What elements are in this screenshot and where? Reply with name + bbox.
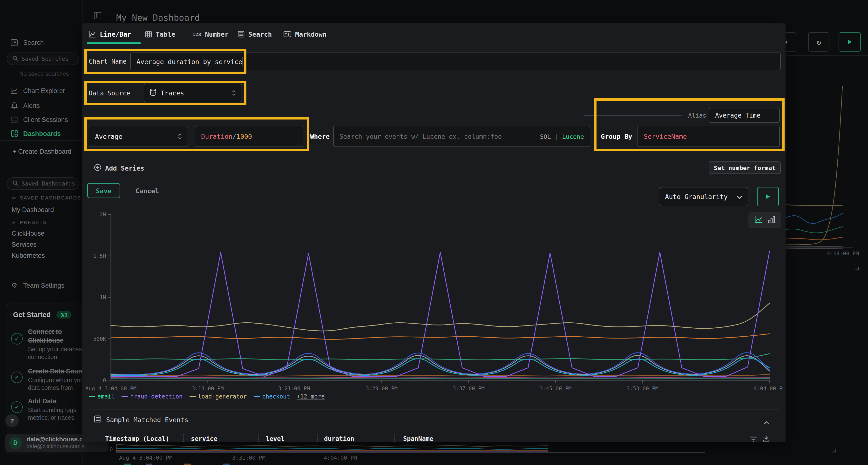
chart-series-unlabeled: [111, 374, 770, 376]
where-placeholder: Search your events w/ Lucene ex. column:…: [340, 133, 502, 140]
svg-text:4:04:00 PM: 4:04:00 PM: [754, 386, 783, 392]
sidebar-item-kubernetes[interactable]: Kubernetes: [11, 252, 45, 259]
tile-resize-handle[interactable]: [854, 265, 859, 271]
column-separator[interactable]: [394, 434, 395, 442]
gs-item-title[interactable]: Add Data: [28, 398, 57, 405]
field-expression-input[interactable]: Duration/1000: [195, 126, 303, 147]
group-by-input[interactable]: ServiceName: [638, 126, 780, 147]
section-divider: [89, 158, 779, 158]
col-timestamp[interactable]: Timestamp (Local): [105, 435, 169, 442]
sidebar-item-clickhouse[interactable]: ClickHouse: [11, 230, 44, 237]
saved-dashboards-input[interactable]: Saved Dashboards: [7, 177, 79, 190]
collapse-chevron-icon[interactable]: [764, 417, 770, 427]
alias-input[interactable]: Average Time: [709, 108, 780, 123]
select-chevrons-icon: [178, 133, 182, 139]
legend-item-fraud-detection[interactable]: fraud-detection: [122, 393, 183, 400]
save-button[interactable]: Save: [87, 183, 120, 198]
column-separator[interactable]: [183, 434, 184, 442]
add-series-button[interactable]: Add Series: [94, 164, 145, 172]
data-source-select[interactable]: Traces: [144, 84, 242, 102]
lang-sql-toggle[interactable]: SQL: [540, 133, 551, 140]
legend-item-load-generator[interactable]: load-generator: [189, 393, 247, 400]
help-button[interactable]: ?: [5, 414, 19, 427]
refresh-icon: ↻: [816, 37, 822, 47]
list-icon: [94, 416, 101, 424]
gs-item-desc: metrics, or traces: [28, 414, 74, 421]
sidebar-item-search[interactable]: Search: [0, 37, 83, 48]
run-chart-button[interactable]: [757, 187, 779, 206]
sidebar-toggle-icon[interactable]: [94, 12, 101, 19]
play-icon: [766, 194, 770, 199]
bell-icon: [10, 102, 18, 109]
granularity-select[interactable]: Auto Granularity: [659, 187, 748, 206]
where-input[interactable]: Search your events w/ Lucene ex. column:…: [333, 126, 590, 147]
svg-text:4:04:00 PM: 4:04:00 PM: [324, 455, 357, 461]
sidebar-item-alerts[interactable]: Alerts: [0, 100, 83, 111]
legend-item-checkout[interactable]: checkout: [253, 393, 290, 400]
chart-series-unlabeled: [111, 358, 770, 375]
lang-lucene-toggle[interactable]: Lucene: [562, 133, 584, 140]
data-source-label: Data Source: [89, 90, 130, 97]
check-circle-icon: ✓: [11, 333, 23, 344]
col-spanname[interactable]: SpanName: [403, 435, 433, 442]
run-query-button-top[interactable]: [839, 32, 861, 52]
chart-line-icon: [10, 87, 18, 94]
tab-bar: Line/Bar Table 123 Number Search Markdow…: [82, 23, 785, 44]
svg-text:3:21:00 PM: 3:21:00 PM: [278, 386, 310, 392]
get-started-title: Get Started: [13, 311, 51, 319]
tab-number[interactable]: 123 Number: [192, 29, 228, 39]
gs-item-title[interactable]: Create Data Source: [28, 368, 83, 375]
tile-resize-handle[interactable]: [830, 447, 836, 453]
doc-list-icon: [238, 31, 245, 38]
sidebar-item-dashboards[interactable]: Dashboards: [0, 128, 83, 139]
chevron-down-icon: [737, 193, 742, 200]
section-divider: [89, 111, 779, 111]
aggregation-select[interactable]: Average: [89, 126, 188, 147]
tab-table[interactable]: Table: [145, 29, 175, 39]
saved-searches-input[interactable]: Saved Searches: [7, 53, 79, 65]
sidebar-item-services[interactable]: Services: [11, 241, 37, 248]
sidebar-item-create-dashboard[interactable]: + Create Dashboard: [0, 145, 83, 157]
column-separator[interactable]: [258, 434, 259, 442]
sidebar-item-my-dashboard[interactable]: My Dashboard: [11, 206, 54, 213]
sidebar-item-client-sessions[interactable]: Client Sessions: [0, 114, 83, 125]
sample-events-header[interactable]: Sample Matched Events: [94, 416, 188, 424]
tab-search[interactable]: Search: [238, 29, 272, 39]
col-level[interactable]: level: [266, 435, 284, 442]
tab-markdown[interactable]: Markdown: [283, 29, 327, 39]
legend-item-email[interactable]: email: [89, 393, 115, 400]
download-icon[interactable]: [763, 435, 770, 442]
tab-line-bar[interactable]: Line/Bar: [89, 29, 131, 39]
col-duration[interactable]: duration: [324, 435, 354, 442]
chart-series-email: [111, 354, 770, 360]
chart-series-unlabeled: [111, 377, 770, 378]
cancel-button[interactable]: Cancel: [135, 187, 159, 195]
chart-name-input[interactable]: Average duration by service: [130, 53, 781, 70]
svg-text:3:45:00 PM: 3:45:00 PM: [539, 386, 571, 392]
gs-item-desc: Set up your database: [28, 346, 83, 353]
table-filter-icon[interactable]: [750, 435, 757, 442]
gs-item-desc: connection: [28, 354, 57, 360]
chart-series-load-generator: [111, 303, 770, 331]
chart-series-unlabeled: [111, 334, 770, 339]
gs-item-title[interactable]: Connect to: [28, 328, 62, 335]
legend-more-link[interactable]: +12 more: [297, 393, 325, 400]
column-separator[interactable]: [317, 434, 318, 442]
sidebar-item-team-settings[interactable]: ⚙ Team Settings: [0, 279, 83, 291]
check-circle-icon: ✓: [11, 371, 23, 383]
field-token: Duration: [201, 133, 232, 140]
duration-chart[interactable]: 0500K1M1.5M2MAug 4 3:04:00 PM3:13:00 PM3…: [84, 212, 783, 393]
svg-text:3:53:00 PM: 3:53:00 PM: [626, 386, 658, 392]
play-icon: [848, 39, 851, 44]
presets-group[interactable]: PRESETS: [11, 219, 47, 225]
col-service[interactable]: service: [191, 435, 217, 442]
svg-text:Aug 4 3:04:00 PM: Aug 4 3:04:00 PM: [119, 455, 173, 461]
saved-dashboards-group[interactable]: SAVED DASHBOARDS: [11, 195, 81, 200]
set-number-format-button[interactable]: Set number format: [709, 161, 781, 174]
gs-item-title[interactable]: ClickHouse: [28, 337, 63, 344]
sidebar-item-chart-explorer[interactable]: Chart Explorer: [0, 85, 83, 96]
chart-series-checkout: [111, 353, 770, 374]
gs-item-desc: data comes from: [28, 385, 73, 391]
refresh-button[interactable]: ↻: [808, 32, 830, 52]
search-doc-icon: [10, 39, 18, 46]
